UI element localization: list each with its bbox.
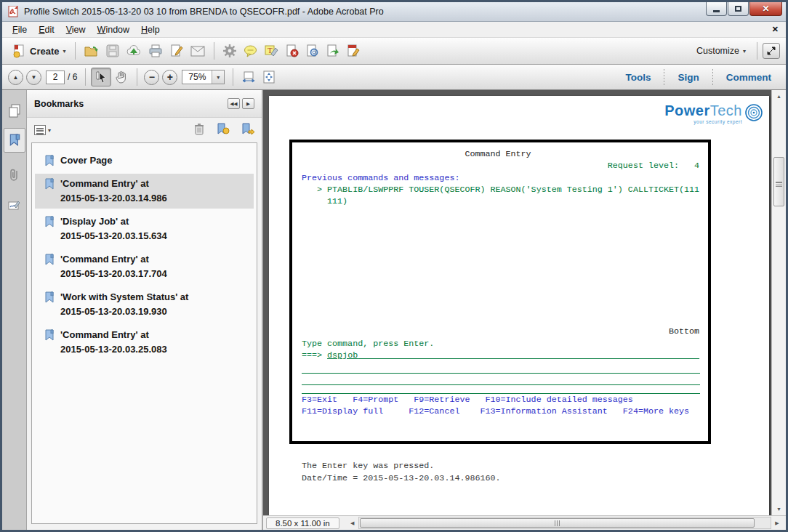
horizontal-scroll-track[interactable] (358, 517, 771, 529)
bookmark-flag-icon (45, 216, 55, 227)
menu-item[interactable]: File (7, 23, 33, 36)
scroll-up-button[interactable]: ▲ (772, 90, 786, 102)
preferences-button[interactable] (220, 41, 240, 60)
tab-page-thumbnails[interactable] (4, 99, 25, 124)
zoom-in-button[interactable]: + (162, 70, 177, 85)
sign-document-button[interactable] (166, 41, 187, 60)
bookmark-label: 'Command Entry' at (60, 328, 167, 342)
cloud-upload-icon (126, 44, 141, 57)
bookmarks-list: Cover Page 'Command Entry' at 2015-05-13… (31, 142, 257, 524)
bookmark-arrow-icon (241, 123, 254, 135)
bookmark-label: 'Display Job' at (60, 214, 167, 229)
edit-form-button[interactable] (343, 41, 363, 60)
customize-button[interactable]: Customize ▾ (691, 46, 752, 56)
bookmark-item[interactable]: Cover Page (35, 150, 254, 171)
document-search-icon (306, 44, 319, 57)
email-button[interactable] (187, 41, 209, 60)
caret-down-icon: ▾ (217, 74, 220, 81)
tab-bookmarks[interactable] (4, 128, 25, 153)
menu-item[interactable]: View (60, 23, 92, 36)
bookmarks-options-button[interactable]: ▾ (34, 125, 51, 135)
delete-bookmark-button[interactable] (193, 123, 205, 138)
terminal-lines: Command Entry Request level: 4Previous c… (302, 148, 700, 441)
next-page-button[interactable]: ▼ (26, 70, 41, 85)
document-processing-button[interactable] (302, 41, 323, 60)
create-pdf-icon (12, 44, 26, 58)
comment-panel-button[interactable]: Comment (716, 72, 781, 83)
horizontal-scroll-thumb[interactable] (360, 518, 755, 528)
form-pencil-icon (347, 44, 360, 57)
zoom-in-icon: + (167, 71, 173, 83)
scroll-right-icon: ▶ (775, 520, 779, 526)
close-icon: ✕ (762, 4, 769, 14)
gear-icon (223, 44, 236, 57)
window-title: Profile Switch 2015-05-13-20 03 10 from … (24, 7, 384, 17)
scroll-right-button[interactable]: ▶ (771, 517, 783, 529)
tab-signatures[interactable] (4, 193, 25, 218)
vertical-scrollbar[interactable]: ▲ ▼ (771, 90, 786, 515)
close-button[interactable]: ✕ (749, 2, 782, 16)
page-size-label: 8.50 x 11.00 in (266, 517, 339, 529)
bookmark-flag-icon (45, 254, 55, 265)
create-button[interactable]: Create ▾ (8, 41, 70, 60)
zoom-dropdown-button[interactable]: ▾ (212, 70, 224, 84)
bookmark-flag-icon (45, 178, 55, 190)
horizontal-scrollbar[interactable]: ◀ ▶ (347, 517, 783, 529)
zoom-out-button[interactable]: − (144, 70, 159, 85)
scroll-down-button[interactable]: ▼ (772, 503, 786, 515)
fit-width-button[interactable] (238, 68, 259, 86)
maximize-button[interactable] (728, 2, 749, 16)
bookmark-options-button[interactable] (241, 123, 254, 138)
bookmark-flag-icon (45, 155, 55, 166)
tab-attachments[interactable] (4, 163, 25, 188)
fit-page-button[interactable] (259, 68, 279, 86)
vertical-scroll-thumb[interactable] (773, 157, 784, 206)
menu-item[interactable]: Help (135, 23, 166, 36)
highlight-text-button[interactable]: T (261, 41, 282, 60)
bookmark-item[interactable]: 'Display Job' at 2015-05-13-20.03.15.634 (35, 211, 254, 246)
save-button[interactable] (102, 41, 123, 60)
bookmarks-tab-icon (9, 134, 20, 147)
menu-item[interactable]: Edit (33, 23, 60, 36)
sign-panel-button[interactable]: Sign (667, 72, 709, 83)
maximize-icon (735, 6, 741, 12)
bookmark-item[interactable]: 'Command Entry' at 2015-05-13-20.03.25.0… (35, 325, 254, 360)
scroll-left-button[interactable]: ◀ (347, 517, 358, 529)
paperclip-icon (9, 168, 20, 182)
bookmark-item[interactable]: 'Command Entry' at 2015-05-13-20.03.14.9… (35, 174, 254, 209)
minimize-button[interactable] (706, 2, 727, 16)
print-button[interactable] (145, 41, 166, 60)
menu-item[interactable]: Window (92, 23, 135, 36)
page-number-input[interactable]: 2 (46, 70, 65, 84)
open-file-button[interactable] (81, 41, 102, 60)
bookmark-item[interactable]: 'Command Entry' at 2015-05-13-20.03.17.7… (35, 249, 254, 284)
bookmark-item[interactable]: 'Work with System Status' at 2015-05-13-… (35, 287, 254, 322)
page-count-label: / 6 (68, 72, 77, 82)
comment-button[interactable] (240, 41, 261, 60)
bookmark-timestamp: 2015-05-13-20.03.15.634 (60, 229, 167, 243)
select-tool-button[interactable] (91, 68, 111, 86)
delete-page-icon (286, 44, 299, 57)
collapse-panel-button[interactable]: ◀◀ (228, 98, 240, 109)
delete-pages-button[interactable] (282, 41, 302, 60)
toolbar-separator (85, 68, 86, 86)
new-bookmark-button[interactable] (217, 123, 230, 138)
share-upload-button[interactable] (123, 41, 145, 60)
fullscreen-button[interactable] (763, 43, 780, 59)
terminal-screen: Command Entry Request level: 4Previous c… (289, 140, 711, 444)
fit-width-icon (242, 71, 255, 83)
bookmarks-toolbar: ▾ (27, 118, 262, 142)
send-file-button[interactable] (323, 41, 343, 60)
bookmark-star-icon (217, 123, 230, 135)
menubar-close-button[interactable]: ✕ (772, 25, 779, 34)
tools-panel-button[interactable]: Tools (615, 72, 661, 83)
document-footer-text: The Enter key was pressed.Date/Time = 20… (302, 460, 769, 485)
save-icon (106, 44, 119, 57)
zoom-level-select[interactable]: 75% ▾ (182, 70, 225, 84)
previous-page-button[interactable]: ▲ (8, 70, 23, 85)
hand-tool-button[interactable] (111, 68, 132, 86)
bookmark-flag-icon (45, 291, 55, 303)
send-document-icon (326, 44, 339, 57)
expand-panel-button[interactable]: ▶ (242, 98, 254, 109)
bookmark-label: 'Work with System Status' at (60, 290, 188, 305)
